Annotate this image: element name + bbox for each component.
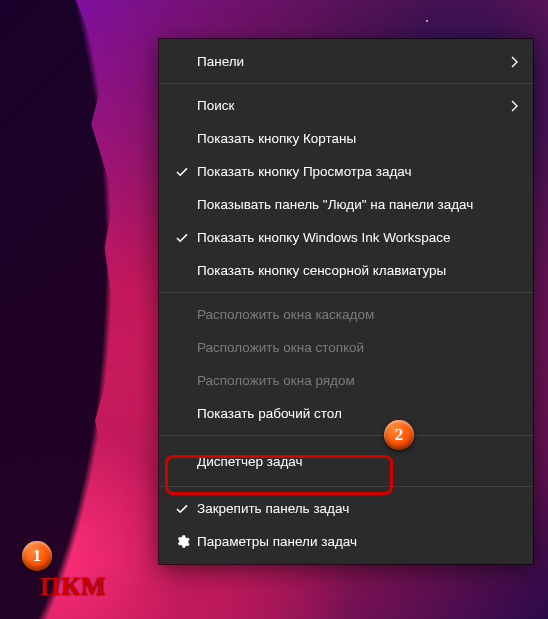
check-icon [167, 502, 197, 516]
menu-label: Показать кнопку Кортаны [197, 131, 519, 146]
menu-item-search[interactable]: Поиск [159, 89, 533, 122]
menu-item-cortana[interactable]: Показать кнопку Кортаны [159, 122, 533, 155]
menu-label: Расположить окна рядом [197, 373, 519, 388]
chevron-right-icon [511, 56, 519, 68]
menu-label: Диспетчер задач [197, 454, 519, 469]
menu-item-cascade: Расположить окна каскадом [159, 298, 533, 331]
badge-number: 1 [33, 546, 42, 566]
menu-item-touch-keyboard[interactable]: Показать кнопку сенсорной клавиатуры [159, 254, 533, 287]
menu-label: Показать кнопку Просмотра задач [197, 164, 519, 179]
menu-label: Расположить окна каскадом [197, 307, 519, 322]
menu-label: Расположить окна стопкой [197, 340, 519, 355]
menu-label: Показать кнопку сенсорной клавиатуры [197, 263, 519, 278]
separator [159, 486, 533, 487]
menu-item-taskview[interactable]: Показать кнопку Просмотра задач [159, 155, 533, 188]
check-icon [167, 165, 197, 179]
badge-number: 2 [395, 425, 404, 445]
menu-item-show-desktop[interactable]: Показать рабочий стол [159, 397, 533, 430]
chevron-right-icon [511, 100, 519, 112]
menu-item-sidebyside: Расположить окна рядом [159, 364, 533, 397]
menu-label: Поиск [197, 98, 511, 113]
menu-label: Показать кнопку Windows Ink Workspace [197, 230, 519, 245]
menu-item-panels[interactable]: Панели [159, 45, 533, 78]
check-icon [167, 231, 197, 245]
menu-item-stack: Расположить окна стопкой [159, 331, 533, 364]
screenshot-root: Панели Поиск Показать кнопку Кортаны Пок… [0, 0, 548, 619]
annotation-badge-1: 1 [22, 541, 52, 571]
taskbar-context-menu: Панели Поиск Показать кнопку Кортаны Пок… [159, 39, 533, 564]
menu-label: Показать рабочий стол [197, 406, 519, 421]
menu-item-ink[interactable]: Показать кнопку Windows Ink Workspace [159, 221, 533, 254]
menu-label: Параметры панели задач [197, 534, 519, 549]
menu-item-task-manager[interactable]: Диспетчер задач [159, 441, 533, 481]
separator [159, 292, 533, 293]
gear-icon [167, 534, 197, 549]
menu-item-lock-taskbar[interactable]: Закрепить панель задач [159, 492, 533, 525]
annotation-badge-2: 2 [384, 420, 414, 450]
menu-label: Показывать панель "Люди" на панели задач [197, 197, 519, 212]
annotation-pkm-label: ПКМ [40, 572, 107, 602]
menu-item-taskbar-settings[interactable]: Параметры панели задач [159, 525, 533, 558]
separator [159, 435, 533, 436]
menu-label: Панели [197, 54, 511, 69]
separator [159, 83, 533, 84]
menu-item-people[interactable]: Показывать панель "Люди" на панели задач [159, 188, 533, 221]
menu-label: Закрепить панель задач [197, 501, 519, 516]
